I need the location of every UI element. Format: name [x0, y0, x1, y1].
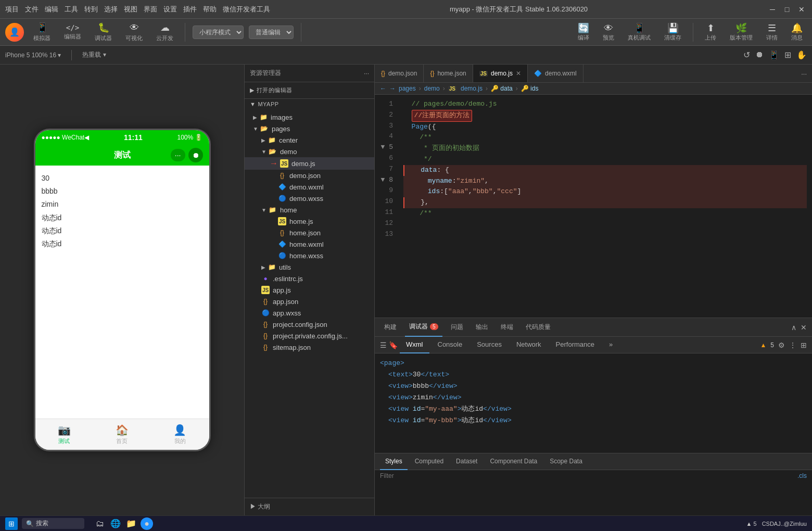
hand-icon[interactable]: ✋	[796, 50, 807, 60]
tool-messages[interactable]: 🔔 消息	[787, 20, 807, 44]
mode-select-1[interactable]: 小程序模式	[193, 26, 244, 39]
menu-view[interactable]: 视图	[124, 5, 137, 14]
tool-visual[interactable]: 👁 可视化	[121, 20, 147, 44]
nav-dots[interactable]: ···	[171, 149, 185, 161]
tool-details[interactable]: ☰ 详情	[762, 20, 782, 44]
debug-tab-output[interactable]: 输出	[472, 318, 492, 337]
debug-collapse-icon[interactable]: ∧	[791, 323, 796, 332]
devtools-tab-network[interactable]: Network	[510, 337, 548, 353]
debug-tab-quality[interactable]: 代码质量	[522, 318, 555, 337]
debug-tab-build[interactable]: 构建	[380, 318, 401, 337]
devtools-settings-icon[interactable]: ⚙	[778, 341, 785, 349]
mode-select-2[interactable]: 普通编辑	[249, 26, 294, 39]
editor-tabs-more[interactable]: ···	[796, 70, 812, 78]
tool-simulator[interactable]: 📱 模拟器	[29, 20, 55, 44]
tab-demo-js-close[interactable]: ✕	[516, 70, 521, 77]
taskbar-app-1[interactable]: 🗂	[94, 517, 106, 530]
devtools-tab-console[interactable]: Console	[432, 337, 469, 353]
debug-tab-terminal[interactable]: 终端	[497, 318, 517, 337]
breadcrumb-data[interactable]: 🔑 data	[491, 85, 513, 92]
file-home-js[interactable]: JS home.js	[245, 216, 374, 227]
style-tab-scope-data[interactable]: Scope Data	[544, 453, 588, 470]
file-pages[interactable]: ▼ 📂 pages	[245, 123, 374, 134]
taskbar-app-3[interactable]: 📁	[125, 517, 137, 530]
menu-bar[interactable]: 项目 文件 编辑 工具 转到 选择 视图 界面 设置 插件 帮助 微信开发者工具	[5, 5, 270, 14]
menu-interface[interactable]: 界面	[144, 5, 157, 14]
taskbar-app-2[interactable]: 🌐	[109, 517, 122, 530]
breadcrumb-demo[interactable]: demo	[424, 85, 440, 92]
tool-compile[interactable]: 🔄 编译	[574, 20, 593, 44]
maximize-button[interactable]: □	[782, 4, 792, 15]
file-demo-folder[interactable]: ▼ 📂 demo	[245, 146, 374, 157]
window-controls[interactable]: ─ □ ✕	[767, 4, 807, 15]
tool-device-debug[interactable]: 📱 真机调试	[624, 20, 655, 44]
breadcrumb-pages[interactable]: pages	[399, 85, 416, 92]
nav-item-test[interactable]: 📷 测试	[35, 419, 93, 450]
taskbar-start[interactable]: ⊞	[5, 517, 18, 530]
menu-help[interactable]: 帮助	[203, 5, 217, 14]
filter-cls[interactable]: .cls	[797, 472, 807, 479]
explorer-more-icon[interactable]: ···	[364, 70, 369, 77]
file-demo-wxss[interactable]: 🔵 demo.wxss	[245, 193, 374, 204]
tool-clear-cache[interactable]: 💾 清缓存	[660, 20, 686, 44]
breadcrumb-ids[interactable]: 🔑 ids	[521, 85, 539, 92]
taskbar-search[interactable]: 🔍 搜索	[22, 518, 84, 529]
devtools-expand-icon[interactable]: ⊞	[801, 341, 807, 349]
file-eslint[interactable]: ● .eslintrc.js	[245, 273, 374, 284]
tool-editor[interactable]: </> 编辑器	[60, 21, 85, 43]
tool-preview[interactable]: 👁 预览	[599, 21, 618, 44]
nav-item-home[interactable]: 🏠 首页	[93, 419, 151, 450]
style-tab-styles[interactable]: Styles	[380, 453, 408, 470]
nav-back[interactable]: ←	[380, 85, 386, 92]
file-home-wxss[interactable]: 🔵 home.wxss	[245, 250, 374, 261]
stop-icon[interactable]: ⏺	[755, 50, 764, 60]
project-label[interactable]: ▼ MYAPP	[245, 99, 374, 109]
menu-project[interactable]: 项目	[5, 5, 19, 14]
devtools-tab-more[interactable]: »	[603, 337, 619, 353]
file-app-json[interactable]: {} app.json	[245, 296, 374, 307]
menu-goto[interactable]: 转到	[84, 5, 98, 14]
hot-reload[interactable]: 热重载 ▾	[82, 50, 106, 59]
devtools-tab-performance[interactable]: Performance	[550, 337, 601, 353]
code-content[interactable]: // pages/demo/demo.js //注册页面的方法 Page({ /…	[398, 95, 812, 318]
minimize-button[interactable]: ─	[767, 4, 778, 15]
devtools-more-icon[interactable]: ⋮	[789, 341, 796, 349]
refresh-icon[interactable]: ↺	[743, 50, 750, 60]
device-info[interactable]: iPhone 5 100% 16 ▾	[5, 52, 61, 59]
menu-wechat[interactable]: 微信开发者工具	[223, 5, 270, 14]
devtools-tab-wxml[interactable]: Wxml	[400, 337, 429, 353]
tool-version[interactable]: 🌿 版本管理	[726, 20, 757, 44]
file-project-private[interactable]: {} project.private.config.js...	[245, 330, 374, 342]
menu-settings[interactable]: 设置	[163, 5, 177, 14]
style-tab-computed[interactable]: Computed	[410, 453, 449, 470]
file-app-wxss[interactable]: 🔵 app.wxss	[245, 307, 374, 319]
menu-tools[interactable]: 工具	[65, 5, 78, 14]
file-demo-json[interactable]: {} demo.json	[245, 170, 374, 181]
nav-item-profile[interactable]: 👤 我的	[151, 419, 209, 450]
menu-select[interactable]: 选择	[104, 5, 118, 14]
style-tab-component-data[interactable]: Component Data	[485, 453, 542, 470]
file-project-config[interactable]: {} project.config.json	[245, 319, 374, 330]
file-demo-wxml[interactable]: 🔷 demo.wxml	[245, 181, 374, 193]
debug-close-icon[interactable]: ✕	[801, 323, 807, 332]
menu-edit[interactable]: 编辑	[45, 5, 58, 14]
file-images[interactable]: ▶ 📁 images	[245, 111, 374, 123]
menu-plugins[interactable]: 插件	[183, 5, 197, 14]
code-editor[interactable]: 1 2 3 4 ▼ 5 6 7 ▼ 8 9 10 11 12 13 // pag…	[375, 95, 812, 318]
avatar[interactable]: 👤	[5, 23, 24, 42]
style-tab-dataset[interactable]: Dataset	[451, 453, 483, 470]
file-sitemap[interactable]: {} sitemap.json	[245, 342, 374, 353]
debug-tab-debugger[interactable]: 调试器 5	[405, 318, 442, 337]
breadcrumb-demjs[interactable]: demo.js	[461, 85, 483, 92]
file-center[interactable]: ▶ 📁 center	[245, 134, 374, 146]
nav-record[interactable]: ⏺	[188, 148, 203, 162]
nav-forward[interactable]: →	[389, 85, 396, 92]
file-home-wxml[interactable]: 🔷 home.wxml	[245, 238, 374, 250]
file-demo-js[interactable]: → JS demo.js	[245, 157, 374, 170]
open-editors-label[interactable]: ▶ 打开的编辑器	[245, 84, 374, 96]
tab-demo-json[interactable]: {} demo.json	[375, 65, 424, 83]
devtools-nav-icon[interactable]: ☰	[380, 341, 387, 349]
devtools-bookmark-icon[interactable]: 🔖	[389, 341, 398, 349]
devtools-tab-sources[interactable]: Sources	[471, 337, 508, 353]
tab-demo-wxml[interactable]: 🔷 demo.wxml	[528, 65, 583, 83]
